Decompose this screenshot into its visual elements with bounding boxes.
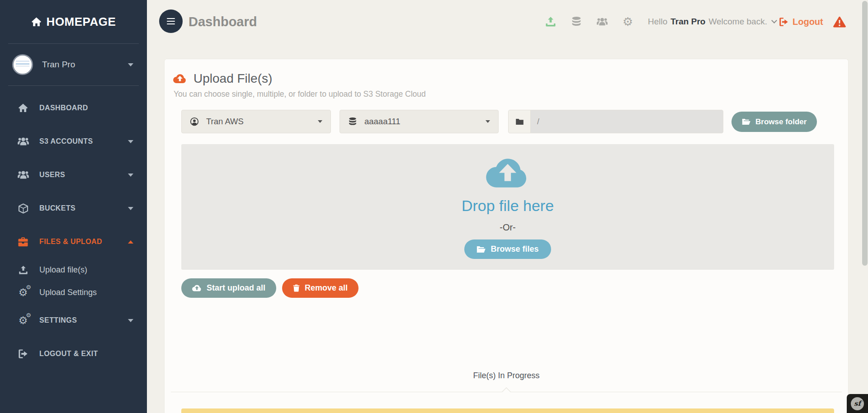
logout-label: Logout <box>793 17 823 27</box>
users-icon <box>16 170 30 180</box>
account-select-value: Tran AWS <box>206 117 244 127</box>
home-icon <box>31 17 42 27</box>
caret-down-icon <box>128 319 133 322</box>
page-title: Dashboard <box>189 14 257 29</box>
cloud-upload-icon <box>486 155 529 190</box>
caret-down-icon <box>128 63 133 66</box>
scrollbar-thumb[interactable] <box>862 1 868 266</box>
header-quick-icons: ⚙ <box>545 0 633 43</box>
file-dropzone[interactable]: Drop file here -Or- Browse files <box>181 144 834 270</box>
sidebar-item-label: S3 ACCOUNTS <box>39 137 93 145</box>
database-icon <box>348 117 357 126</box>
folder-open-icon <box>742 118 750 125</box>
user-menu[interactable]: Hello Tran Pro Welcome back. <box>648 0 776 43</box>
cloud-upload-icon <box>173 73 187 84</box>
home-icon <box>16 103 30 113</box>
page-scrollbar <box>862 0 868 413</box>
sidebar-item-upload-settings[interactable]: ⚙ ⚙ Upload Settings <box>0 281 147 304</box>
sidebar-user-panel[interactable]: Tran Pro <box>0 44 147 85</box>
browse-folder-label: Browse folder <box>755 117 807 127</box>
sidebar-toggle-button[interactable] <box>159 9 183 33</box>
symfony-profiler-button[interactable]: sf <box>847 394 868 413</box>
browse-files-label: Browse files <box>491 244 538 254</box>
sidebar-user-name: Tran Pro <box>42 60 75 70</box>
caret-down-icon <box>486 120 490 123</box>
upload-panel: Upload File(s) You can choose single, mu… <box>164 59 849 413</box>
in-progress-alert-bar <box>181 408 834 413</box>
bucket-select[interactable]: aaaaa111 <box>340 110 499 133</box>
browse-folder-button[interactable]: Browse folder <box>731 112 817 132</box>
cube-icon <box>16 203 30 214</box>
upload-icon[interactable] <box>545 16 556 27</box>
caret-down-icon <box>128 174 133 177</box>
folder-icon <box>509 110 531 133</box>
panel-subtitle: You can choose single, multiple, or fold… <box>174 89 426 99</box>
in-progress-divider <box>171 392 842 392</box>
account-select[interactable]: Tran AWS <box>181 110 331 133</box>
hamburger-icon <box>167 18 175 19</box>
greeting-hello: Hello <box>648 17 667 27</box>
brand-label: HOMEPAGE <box>47 15 116 29</box>
sidebar-item-label: FILES & UPLOAD <box>39 238 102 246</box>
symfony-logo-icon: sf <box>851 397 864 410</box>
avatar <box>12 54 33 75</box>
logout-button[interactable]: Logout <box>779 0 823 43</box>
sign-out-icon <box>779 17 788 27</box>
bucket-select-value: aaaaa111 <box>364 117 401 127</box>
start-upload-all-button[interactable]: Start upload all <box>181 278 276 298</box>
sidebar-item-label: Upload Settings <box>39 288 97 297</box>
trash-icon <box>293 284 300 292</box>
cogs-icon: ⚙ ⚙ <box>16 314 30 327</box>
user-circle-icon <box>190 117 199 126</box>
sidebar-item-upload-files[interactable]: Upload file(s) <box>0 258 147 281</box>
browse-files-button[interactable]: Browse files <box>464 239 551 259</box>
caret-up-icon <box>128 240 133 244</box>
sidebar-item-label: DASHBOARD <box>39 104 88 112</box>
brand[interactable]: HOMEPAGE <box>0 0 147 43</box>
database-icon[interactable] <box>571 16 582 27</box>
sidebar-item-s3-accounts[interactable]: S3 ACCOUNTS <box>0 125 147 158</box>
gear-icon[interactable]: ⚙ <box>623 16 633 28</box>
sidebar-item-logout-exit[interactable]: LOGOUT & EXIT <box>0 337 147 371</box>
upload-icon <box>16 265 30 275</box>
folder-path-input[interactable] <box>531 110 723 133</box>
top-header: Dashboard ⚙ Hello Tran Pro Welcome back.… <box>147 0 868 43</box>
in-progress-title: File(s) In Progress <box>165 371 848 380</box>
users-icon[interactable] <box>597 16 608 27</box>
sign-out-icon <box>16 349 30 359</box>
panel-heading: Upload File(s) <box>173 71 272 86</box>
warning-icon[interactable] <box>833 16 846 28</box>
sidebar-item-users[interactable]: USERS <box>0 158 147 192</box>
sidebar-item-dashboard[interactable]: DASHBOARD <box>0 91 147 125</box>
cloud-upload-icon <box>192 284 202 292</box>
dropzone-or-text: -Or- <box>500 222 516 233</box>
sidebar: HOMEPAGE Tran Pro DASHBOARD S3 ACCOUNTS … <box>0 0 147 413</box>
remove-all-button[interactable]: Remove all <box>282 278 359 298</box>
sidebar-nav: DASHBOARD S3 ACCOUNTS USERS BUCKETS FILE… <box>0 91 147 371</box>
panel-title: Upload File(s) <box>193 71 272 86</box>
caret-down-icon <box>318 120 322 123</box>
briefcase-icon <box>16 237 30 247</box>
sidebar-item-label: BUCKETS <box>39 204 75 212</box>
dropzone-title: Drop file here <box>462 197 554 215</box>
sidebar-item-label: Upload file(s) <box>39 265 87 275</box>
upload-actions: Start upload all Remove all <box>181 278 359 298</box>
users-icon <box>16 136 30 146</box>
greeting-welcome: Welcome back. <box>708 17 767 27</box>
greeting-user-name: Tran Pro <box>670 17 705 27</box>
remove-all-label: Remove all <box>305 283 348 293</box>
sidebar-item-label: USERS <box>39 171 65 179</box>
sidebar-item-buckets[interactable]: BUCKETS <box>0 192 147 225</box>
sidebar-item-settings[interactable]: ⚙ ⚙ SETTINGS <box>0 304 147 337</box>
folder-open-icon <box>476 246 486 253</box>
sidebar-item-files-upload[interactable]: FILES & UPLOAD <box>0 225 147 258</box>
sidebar-item-label: LOGOUT & EXIT <box>39 350 98 358</box>
sidebar-item-label: SETTINGS <box>39 316 77 324</box>
caret-down-icon <box>128 207 133 210</box>
caret-down-icon <box>128 140 133 143</box>
folder-path-group <box>508 110 723 133</box>
sidebar-divider <box>8 85 139 86</box>
cogs-icon: ⚙ ⚙ <box>16 286 30 299</box>
chevron-down-icon <box>771 18 777 23</box>
start-upload-label: Start upload all <box>207 283 265 293</box>
